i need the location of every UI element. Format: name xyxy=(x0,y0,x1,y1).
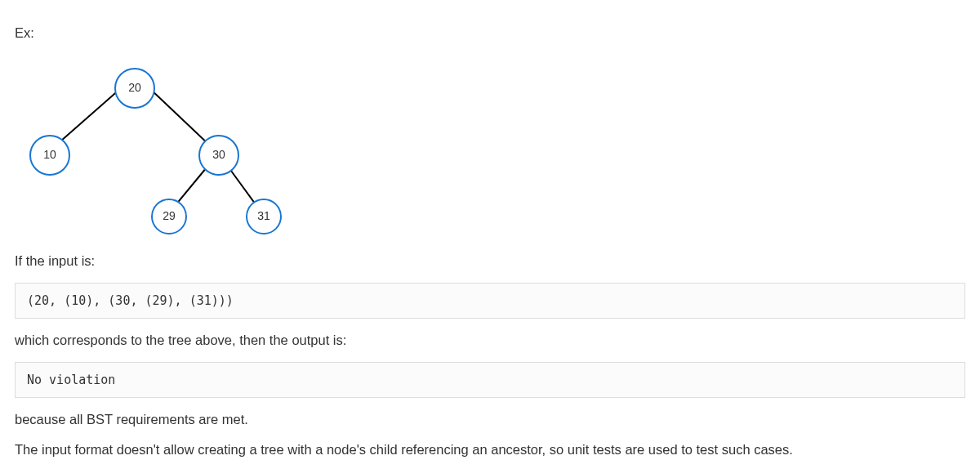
tree-diagram: 20 10 30 29 31 xyxy=(15,53,309,241)
tree-node-right: 30 xyxy=(198,135,239,176)
tree-node-value: 29 xyxy=(163,208,176,225)
if-input-label: If the input is: xyxy=(15,251,965,271)
input-code-block: (20, (10), (30, (29), (31))) xyxy=(15,283,965,319)
tree-node-value: 31 xyxy=(257,208,270,225)
output-code-block: No violation xyxy=(15,362,965,399)
svg-line-0 xyxy=(54,88,121,147)
because-label: because all BST requirements are met. xyxy=(15,409,965,430)
tree-node-right-left: 29 xyxy=(151,199,187,234)
tree-node-left: 10 xyxy=(29,135,70,176)
tree-node-root: 20 xyxy=(114,68,155,109)
tree-node-value: 20 xyxy=(128,79,141,96)
tree-node-value: 30 xyxy=(212,146,225,163)
corresponds-label: which corresponds to the tree above, the… xyxy=(15,330,965,351)
example-label: Ex: xyxy=(15,23,965,43)
format-note: The input format doesn't allow creating … xyxy=(15,440,965,460)
tree-node-right-right: 31 xyxy=(246,199,282,234)
tree-node-value: 10 xyxy=(43,146,56,163)
svg-line-1 xyxy=(149,88,212,147)
